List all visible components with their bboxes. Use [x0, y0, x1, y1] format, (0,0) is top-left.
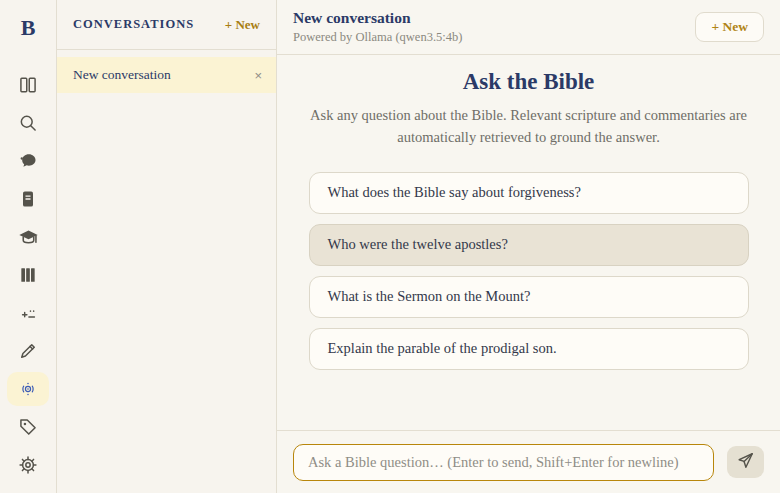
welcome-block: Ask the Bible Ask any question about the…	[309, 69, 749, 370]
rail-item-learn[interactable]	[0, 218, 57, 256]
suggestion-list: What does the Bible say about forgivenes…	[309, 172, 749, 370]
rail-item-journal[interactable]	[0, 180, 57, 218]
main-header-text: New conversation Powered by Ollama (qwen…	[293, 9, 462, 45]
suggestion-forgiveness[interactable]: What does the Bible say about forgivenes…	[309, 172, 749, 214]
conversation-item-title: New conversation	[73, 67, 171, 83]
rail-items	[0, 66, 57, 484]
suggestion-apostles[interactable]: Who were the twelve apostles?	[309, 224, 749, 266]
search-icon	[7, 106, 49, 140]
suggestion-sermon[interactable]: What is the Sermon on the Mount?	[309, 276, 749, 318]
conversations-panel: CONVERSATIONS + New New conversation ×	[57, 0, 277, 493]
rail-item-settings[interactable]	[0, 446, 57, 484]
panels-icon	[7, 68, 49, 102]
journal-icon	[7, 182, 49, 216]
rail-item-compose[interactable]	[0, 294, 57, 332]
welcome-description: Ask any question about the Bible. Releva…	[309, 104, 749, 149]
conversations-header: CONVERSATIONS + New	[57, 0, 276, 50]
rail-item-panels[interactable]	[0, 66, 57, 104]
pencil-icon	[7, 334, 49, 368]
chat-body: Ask the Bible Ask any question about the…	[277, 55, 780, 430]
graduation-cap-icon	[7, 220, 49, 254]
new-chat-button[interactable]: + New	[695, 12, 764, 42]
conversations-title: CONVERSATIONS	[73, 17, 194, 32]
model-subtitle: Powered by Ollama (qwen3.5:4b)	[293, 30, 462, 45]
new-conversation-button[interactable]: + New	[225, 17, 260, 33]
main-area: New conversation Powered by Ollama (qwen…	[277, 0, 780, 493]
compose-icon	[7, 296, 49, 330]
conversation-list-item[interactable]: New conversation ×	[57, 57, 276, 93]
composer	[277, 430, 780, 493]
gear-icon	[7, 448, 49, 482]
send-button[interactable]	[727, 446, 764, 478]
rail-item-ask-bible[interactable]	[0, 370, 57, 408]
rail-item-search[interactable]	[0, 104, 57, 142]
rail-item-conversations[interactable]	[0, 142, 57, 180]
page-title: New conversation	[293, 9, 462, 27]
rail-item-library[interactable]	[0, 256, 57, 294]
main-header: New conversation Powered by Ollama (qwen…	[277, 0, 780, 55]
rail-item-tags[interactable]	[0, 408, 57, 446]
library-columns-icon	[7, 258, 49, 292]
tag-icon	[7, 410, 49, 444]
paper-plane-icon	[736, 451, 755, 473]
welcome-title: Ask the Bible	[309, 69, 749, 95]
close-icon[interactable]: ×	[254, 68, 262, 83]
icon-rail: B	[0, 0, 57, 493]
chat-bubble-icon	[7, 144, 49, 178]
rail-item-edit[interactable]	[0, 332, 57, 370]
question-input[interactable]	[293, 444, 714, 481]
suggestion-prodigal[interactable]: Explain the parable of the prodigal son.	[309, 328, 749, 370]
app-logo[interactable]: B	[0, 0, 56, 56]
ask-bible-icon	[7, 372, 49, 406]
